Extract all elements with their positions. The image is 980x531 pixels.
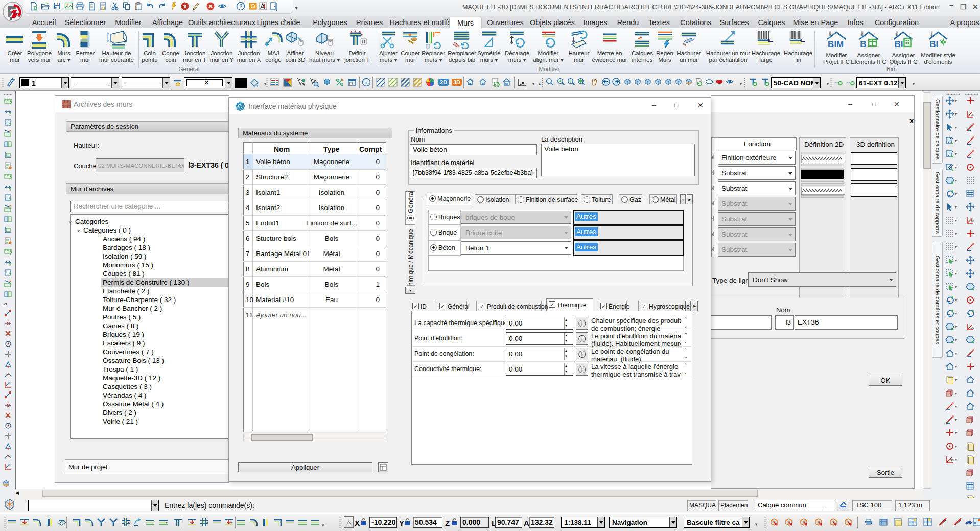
- svg-text:BI: BI: [929, 39, 938, 49]
- svg-text:BI: BI: [895, 39, 903, 49]
- svg-text:90: 90: [950, 459, 954, 462]
- svg-text:?: ?: [9, 175, 12, 180]
- svg-text:?: ?: [9, 197, 12, 202]
- svg-text:90: 90: [971, 220, 974, 223]
- svg-text:90: 90: [971, 113, 974, 117]
- svg-text:90: 90: [971, 326, 974, 329]
- svg-text:BIM: BIM: [828, 39, 844, 49]
- svg-text:?: ?: [9, 262, 12, 266]
- svg-text:?: ?: [9, 100, 12, 105]
- svg-text:3D: 3D: [453, 79, 460, 85]
- svg-text:?: ?: [9, 111, 12, 116]
- svg-text:B: B: [860, 39, 866, 49]
- svg-text:?: ?: [9, 272, 12, 277]
- svg-text:?: ?: [9, 122, 12, 127]
- svg-text:?: ?: [9, 250, 12, 256]
- svg-text:?: ?: [9, 187, 12, 191]
- svg-text:?: ?: [239, 3, 243, 9]
- svg-text:i: i: [365, 79, 367, 85]
- svg-text:2D: 2D: [440, 79, 447, 85]
